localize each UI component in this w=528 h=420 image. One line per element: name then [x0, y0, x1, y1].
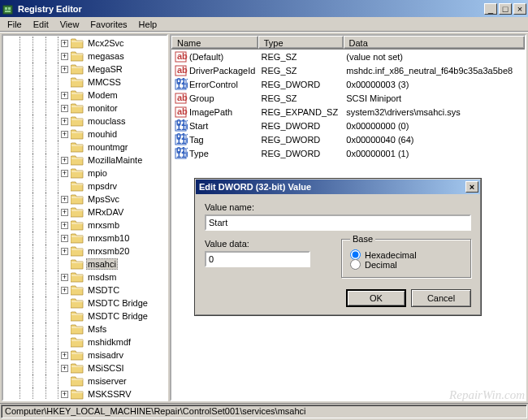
expand-icon[interactable]: + — [61, 365, 68, 372]
tree-item[interactable]: +msisadrv — [3, 349, 167, 362]
tree-item[interactable]: +megasas — [3, 50, 167, 63]
tree-label[interactable]: mrxsmb — [86, 220, 121, 230]
tree-item[interactable]: +MSKSSRV — [3, 388, 167, 401]
valuedata-input[interactable] — [205, 251, 310, 267]
tree-item[interactable]: +MegaSR — [3, 63, 167, 76]
tree-item[interactable]: mpsdrv — [3, 180, 167, 193]
column-header[interactable]: Data — [344, 36, 525, 49]
ok-button[interactable]: OK — [346, 289, 406, 307]
tree-item[interactable]: +MSDTC — [3, 284, 167, 297]
tree-label[interactable]: MegaSR — [86, 64, 124, 74]
expand-icon[interactable]: + — [61, 118, 68, 125]
tree-label[interactable]: MRxDAV — [86, 207, 125, 217]
tree-item[interactable]: +mouclass — [3, 115, 167, 128]
tree-label[interactable]: msdsm — [86, 272, 118, 282]
list-row[interactable]: DriverPackageIdREG_SZmshdc.inf_x86_neutr… — [171, 63, 525, 77]
list-row[interactable]: ImagePathREG_EXPAND_SZsystem32\drivers\m… — [171, 105, 525, 119]
expand-icon[interactable]: + — [61, 131, 68, 138]
tree-item[interactable]: MSDTC Bridge — [3, 297, 167, 310]
tree-item[interactable]: +MozillaMainte — [3, 154, 167, 167]
tree-item[interactable]: MMCSS — [3, 76, 167, 89]
maximize-button[interactable]: □ — [499, 3, 512, 15]
tree-label[interactable]: mouhid — [86, 129, 119, 139]
expand-icon[interactable]: + — [61, 157, 68, 164]
expand-icon[interactable]: + — [61, 196, 68, 203]
tree-label[interactable]: mrxsmb10 — [86, 233, 131, 243]
list-row[interactable]: (Default)REG_SZ(value not set) — [171, 50, 525, 63]
expand-icon[interactable]: + — [61, 53, 68, 60]
tree-label[interactable]: monitor — [86, 103, 119, 113]
tree-item[interactable]: +mrxsmb10 — [3, 232, 167, 245]
tree-label[interactable]: mrxsmb20 — [86, 246, 131, 256]
expand-icon[interactable]: + — [61, 66, 68, 73]
expand-icon[interactable]: + — [61, 222, 68, 229]
tree-item[interactable]: msahci — [3, 258, 167, 271]
tree-item[interactable]: +mouhid — [3, 128, 167, 141]
dialog-titlebar[interactable]: Edit DWORD (32-bit) Value × — [196, 180, 480, 194]
list-row[interactable]: TagREG_DWORD0x00000040 (64) — [171, 132, 525, 146]
tree-item[interactable]: +msdsm — [3, 271, 167, 284]
tree-label[interactable]: mpio — [86, 168, 109, 178]
valuename-input[interactable] — [205, 214, 471, 231]
tree-item[interactable]: mshidkmdf — [3, 336, 167, 349]
tree-item[interactable]: +monitor — [3, 102, 167, 115]
list-row[interactable]: StartREG_DWORD0x00000000 (0) — [171, 119, 525, 132]
tree-label[interactable]: mshidkmdf — [86, 337, 132, 347]
tree-label[interactable]: MSDTC Bridge — [86, 311, 149, 321]
tree-label[interactable]: msiserver — [86, 376, 128, 386]
tree-item[interactable]: +Modem — [3, 89, 167, 102]
tree-label[interactable]: MSDTC Bridge — [86, 298, 149, 308]
tree-label[interactable]: MSKSSRV — [86, 389, 133, 399]
menu-favorites[interactable]: Favorites — [84, 18, 132, 31]
dialog-close-button[interactable]: × — [465, 181, 478, 193]
expand-icon[interactable]: + — [61, 248, 68, 255]
tree-label[interactable]: MpsSvc — [86, 194, 121, 204]
menu-file[interactable]: File — [2, 18, 28, 31]
expand-icon[interactable]: + — [61, 287, 68, 294]
tree-item[interactable]: +MSiSCSI — [3, 362, 167, 375]
tree-label[interactable]: MSDTC — [86, 285, 121, 295]
expand-icon[interactable]: + — [61, 352, 68, 359]
expand-icon[interactable]: + — [61, 391, 68, 398]
expand-icon[interactable]: + — [61, 105, 68, 112]
tree-label[interactable]: mountmgr — [86, 142, 130, 152]
dec-radio[interactable]: Decimal — [350, 259, 462, 270]
tree-label[interactable]: megasas — [86, 51, 126, 61]
expand-icon[interactable]: + — [61, 235, 68, 242]
tree-item[interactable]: msiserver — [3, 375, 167, 388]
menu-view[interactable]: View — [54, 18, 85, 31]
menu-edit[interactable]: Edit — [28, 18, 54, 31]
tree-item[interactable]: Msfs — [3, 323, 167, 336]
tree-item[interactable]: MSDTC Bridge — [3, 310, 167, 323]
minimize-button[interactable]: _ — [484, 3, 497, 15]
tree-label[interactable]: MozillaMainte — [86, 155, 144, 165]
close-button[interactable]: × — [513, 3, 526, 15]
tree-label[interactable]: Msfs — [86, 324, 108, 334]
tree-label[interactable]: mpsdrv — [86, 181, 119, 191]
tree-panel[interactable]: +Mcx2Svc+megasas+MegaSRMMCSS+Modem+monit… — [2, 34, 168, 401]
tree-label[interactable]: msisadrv — [86, 350, 125, 360]
tree-item[interactable]: +MRxDAV — [3, 206, 167, 219]
tree-item[interactable]: +mrxsmb20 — [3, 245, 167, 258]
tree-item[interactable]: +mrxsmb — [3, 219, 167, 232]
expand-icon[interactable]: + — [61, 92, 68, 99]
tree-label[interactable]: MSiSCSI — [86, 363, 126, 373]
list-row[interactable]: ErrorControlREG_DWORD0x00000003 (3) — [171, 77, 525, 91]
cancel-button[interactable]: Cancel — [411, 289, 471, 307]
tree-item[interactable]: mountmgr — [3, 141, 167, 154]
tree-item[interactable]: +MSPCLOCK — [3, 401, 167, 401]
expand-icon[interactable]: + — [61, 209, 68, 216]
tree-label[interactable]: mouclass — [86, 116, 127, 126]
expand-icon[interactable]: + — [61, 40, 68, 47]
list-row[interactable]: GroupREG_SZSCSI Miniport — [171, 91, 525, 105]
tree-item[interactable]: +mpio — [3, 167, 167, 180]
tree-item[interactable]: +Mcx2Svc — [3, 37, 167, 50]
list-row[interactable]: TypeREG_DWORD0x00000001 (1) — [171, 146, 525, 160]
tree-label[interactable]: Mcx2Svc — [86, 38, 126, 48]
tree-label[interactable]: Modem — [86, 90, 119, 100]
menu-help[interactable]: Help — [133, 18, 163, 31]
column-header[interactable]: Name — [171, 36, 258, 49]
column-header[interactable]: Type — [258, 36, 344, 49]
tree-item[interactable]: +MpsSvc — [3, 193, 167, 206]
expand-icon[interactable]: + — [61, 170, 68, 177]
